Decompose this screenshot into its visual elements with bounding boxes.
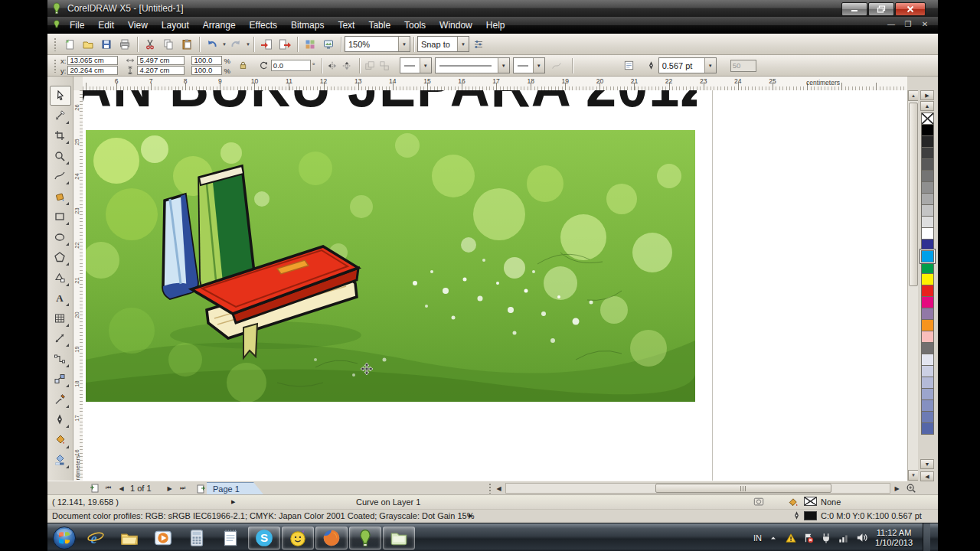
taskbar-yahoo-messenger[interactable] [282, 527, 314, 549]
taskbar-internet-explorer[interactable]: e [80, 527, 112, 549]
headline-text-object[interactable]: AN BUKU JEPARA 2012 [83, 90, 697, 130]
snap-to-combo[interactable]: Snap to▼ [417, 36, 469, 52]
swatch-5566a8[interactable] [921, 422, 934, 435]
doc-minimize-button[interactable]: — [886, 20, 897, 28]
menu-tools[interactable]: Tools [397, 17, 433, 34]
scale-h-field[interactable]: 100.0 [191, 56, 222, 65]
swatch-b4bad8[interactable] [921, 377, 934, 389]
taskbar-coreldraw-x5[interactable] [349, 527, 381, 549]
export-button[interactable] [276, 36, 294, 53]
swatch-fff100[interactable] [921, 273, 934, 285]
menu-window[interactable]: Window [433, 17, 479, 34]
menu-file[interactable]: File [63, 17, 91, 34]
swatch-e5097f[interactable] [921, 296, 934, 308]
scroll-down-arrow[interactable]: ▼ [908, 470, 919, 481]
swatch-ccd0e4[interactable] [921, 365, 934, 377]
swatch-no-color[interactable] [921, 112, 934, 125]
horizontal-ruler[interactable]: centimeters 6789101112131415161718192021… [83, 77, 907, 91]
swatch-00a0e9[interactable] [921, 250, 934, 262]
redo-dropdown-arrow[interactable]: ▼ [246, 42, 250, 47]
parallel-dimension-tool[interactable] [50, 329, 70, 347]
polygon-tool[interactable] [50, 248, 70, 266]
y-position-field[interactable]: 20.264 cm [67, 66, 118, 75]
object-width-field[interactable]: 5.497 cm [137, 56, 185, 65]
navigator-zoom-button[interactable] [904, 482, 917, 494]
swatch-000000[interactable] [921, 124, 934, 136]
swatch-8590c0[interactable] [921, 399, 934, 412]
show-desktop-button[interactable] [923, 523, 930, 551]
interactive-fill-tool[interactable] [50, 451, 70, 469]
redo-button[interactable] [227, 36, 245, 53]
show-hidden-icons-arrow[interactable] [767, 532, 779, 544]
ruler-origin-corner[interactable] [73, 77, 83, 91]
palette-expand-button[interactable]: ◀ [920, 471, 934, 481]
application-launcher-button[interactable] [301, 36, 319, 53]
taskbar-folder-window[interactable] [383, 527, 415, 549]
menu-edit[interactable]: Edit [91, 17, 121, 34]
taskbar-notepad[interactable] [214, 527, 247, 549]
start-button[interactable] [50, 525, 79, 551]
minimize-button[interactable] [841, 2, 867, 16]
outline-pen-tool[interactable] [50, 410, 70, 429]
network-signal-icon[interactable] [838, 532, 850, 544]
swatch-3f3f3f[interactable] [921, 147, 934, 159]
smart-fill-tool[interactable] [50, 187, 70, 206]
menu-arrange[interactable]: Arrange [196, 17, 243, 34]
rectangle-tool[interactable] [50, 207, 70, 226]
menu-table[interactable]: Table [361, 17, 397, 34]
swatch-f7941e[interactable] [921, 319, 934, 331]
swatch-e8211d[interactable] [921, 285, 934, 297]
freehand-tool[interactable] [50, 167, 70, 185]
rotation-angle-field[interactable]: 0.0 [271, 60, 311, 71]
canvas-artwork[interactable] [86, 130, 695, 402]
taskbar-clock[interactable]: 11:12 AM 1/10/2013 [875, 528, 913, 548]
swatch-716f6f[interactable] [921, 342, 934, 354]
language-indicator[interactable]: IN [753, 533, 762, 543]
outline-style-select[interactable]: ▼ [435, 57, 510, 73]
options-button[interactable] [469, 36, 488, 53]
swatch-a9a9a9[interactable] [921, 193, 934, 205]
text-tool[interactable]: A [50, 289, 70, 307]
close-button[interactable] [895, 2, 926, 16]
doc-restore-button[interactable]: ❐ [903, 20, 913, 28]
taskbar-windows-media-player[interactable] [147, 527, 179, 549]
warning-icon[interactable] [785, 532, 797, 544]
menu-help[interactable]: Help [479, 17, 512, 34]
swatch-009e49[interactable] [921, 262, 934, 274]
fill-tool[interactable] [50, 431, 70, 449]
connector-tool[interactable] [50, 350, 70, 368]
freehand-smoothing-icon[interactable] [550, 58, 564, 73]
action-center-flag-icon[interactable] [802, 532, 815, 544]
object-height-field[interactable]: 4.207 cm [137, 66, 185, 75]
menu-layout[interactable]: Layout [155, 17, 196, 34]
cut-button[interactable] [141, 36, 159, 53]
swatch-f9bdbb[interactable] [921, 331, 934, 343]
previous-page-button[interactable]: ◀ [116, 483, 127, 494]
power-plug-icon[interactable] [820, 532, 832, 544]
wrap-paragraph-text-button[interactable] [622, 58, 636, 73]
scroll-left-arrow[interactable]: ◀ [493, 483, 505, 494]
scroll-right-arrow[interactable]: ▶ [891, 483, 903, 494]
copy-button[interactable] [159, 36, 178, 53]
taskbar-calculator[interactable] [181, 527, 213, 549]
menu-text[interactable]: Text [331, 17, 361, 34]
combine-icon[interactable] [363, 58, 377, 73]
first-page-button[interactable]: ⏮ [103, 483, 114, 494]
taskbar-firefox[interactable] [315, 527, 348, 549]
property-bar-grip[interactable] [54, 59, 57, 73]
group-icon[interactable] [377, 58, 392, 73]
toolbar-grip[interactable] [54, 37, 57, 51]
print-button[interactable] [116, 36, 134, 53]
vertical-scrollbar[interactable]: ▲ ▼ [907, 90, 919, 481]
zoom-levels-combo[interactable]: 150%▼ [345, 36, 410, 52]
restore-button[interactable] [868, 2, 894, 16]
swatch-dedede[interactable] [921, 216, 934, 228]
undo-button[interactable] [203, 36, 221, 53]
new-document-button[interactable] [60, 36, 79, 53]
swatch-9178a6[interactable] [921, 308, 934, 320]
x-position-field[interactable]: 13.065 cm [67, 56, 118, 65]
scrollbar-splitter[interactable] [488, 483, 492, 494]
swatch-8f8f8f[interactable] [921, 181, 934, 194]
swatch-ffffff[interactable] [921, 227, 934, 240]
swatch-595959[interactable] [921, 158, 934, 171]
